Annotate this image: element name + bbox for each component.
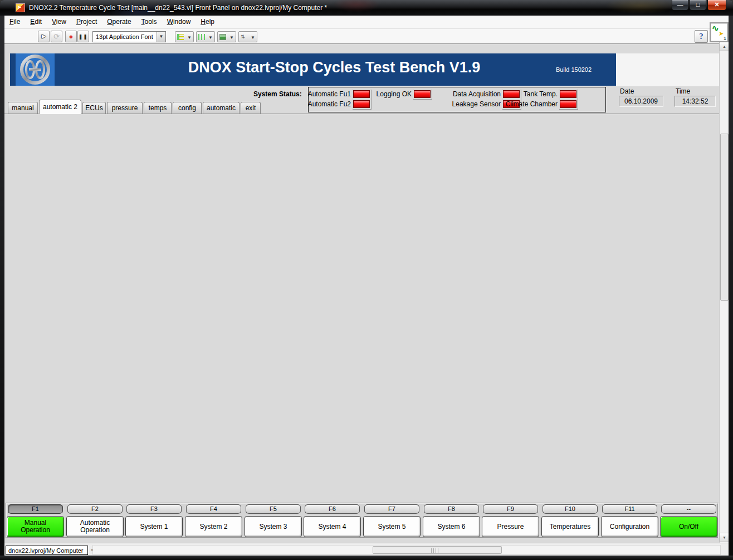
fkey-action-manual-operation[interactable]: Manual Operation	[7, 516, 64, 537]
execution-target[interactable]: dnox22.lvproj/My Computer	[6, 546, 88, 555]
menu-file[interactable]: File	[4, 16, 25, 29]
status-led-climate-chamber	[560, 100, 576, 108]
run-continuous-icon: ⟳	[53, 32, 60, 41]
fkey-dash[interactable]: --	[661, 504, 716, 514]
status-bar: dnox22.lvproj/My Computer ◀	[4, 543, 729, 556]
labview-logo-icon: ∿ ➤ 1	[710, 22, 729, 42]
fkey-action-temperatures[interactable]: Temperatures	[541, 516, 599, 537]
menu-view[interactable]: View	[47, 16, 71, 29]
reorder-objects-icon: ⇅	[241, 34, 247, 40]
banner-right-filler	[616, 53, 719, 86]
fkey-F1[interactable]: F1	[8, 504, 63, 514]
tab-automatic-2[interactable]: automatic 2	[39, 100, 81, 114]
fkey-action-configuration[interactable]: Configuration	[601, 516, 658, 537]
fkey-F3[interactable]: F3	[126, 504, 182, 514]
run-arrow-icon: ►	[41, 32, 47, 40]
minimize-button[interactable]: —	[672, 0, 688, 11]
vertical-scrollbar-thumb[interactable]	[720, 134, 729, 301]
fkey-F8[interactable]: F8	[424, 504, 479, 514]
distribute-objects-button[interactable]: ▼	[196, 31, 215, 42]
fkey-action-automatic-operation[interactable]: Automatic Operation	[66, 516, 124, 537]
close-button[interactable]: ✕	[707, 0, 726, 11]
menu-tools[interactable]: Tools	[136, 16, 162, 29]
fkey-action-on-off[interactable]: On/Off	[660, 516, 717, 537]
horizontal-scrollbar-thumb[interactable]	[373, 546, 502, 554]
reorder-objects-button[interactable]: ⇅ ▼	[238, 31, 257, 42]
fkey-action-system-3[interactable]: System 3	[245, 516, 302, 537]
tab-ECUs[interactable]: ECUs	[82, 102, 106, 114]
menu-edit[interactable]: Edit	[25, 16, 47, 29]
status-label-leakage-sensor: Leakage Sensor	[435, 100, 501, 108]
tab-automatic[interactable]: automatic	[203, 102, 240, 114]
fkey-action-system-2[interactable]: System 2	[185, 516, 242, 537]
fkey-F6[interactable]: F6	[305, 504, 360, 514]
date-value: 06.10.2009	[619, 96, 663, 107]
fkey-F2[interactable]: F2	[67, 504, 123, 514]
date-label: Date	[620, 87, 634, 95]
time-value: 14:32:52	[675, 96, 716, 107]
horizontal-scrollbar[interactable]	[92, 545, 721, 555]
fkey-F7[interactable]: F7	[364, 504, 419, 514]
align-objects-button[interactable]: ▼	[175, 31, 194, 42]
menu-operate[interactable]: Operate	[102, 16, 136, 29]
status-label-automatic-fu1: Automatic Fu1	[285, 90, 351, 98]
menu-project[interactable]: Project	[71, 16, 102, 29]
time-label: Time	[676, 87, 690, 95]
labview-app-icon	[16, 3, 25, 12]
scroll-down-icon[interactable]: ▼	[720, 533, 729, 542]
application-window: DNOX2.2 Temperature Cycle Test [main__dn…	[0, 0, 733, 560]
tab-config[interactable]: config	[173, 102, 202, 114]
status-label-automatic-fu2: Automatic Fu2	[285, 100, 351, 108]
icon-number: 1	[724, 36, 726, 41]
arrow-glyph: ➤	[719, 30, 724, 37]
menu-bar: FileEditViewProjectOperateToolsWindowHel…	[4, 16, 729, 29]
window-border-left	[0, 16, 4, 560]
fkey-F9[interactable]: F9	[483, 504, 538, 514]
tab-pressure[interactable]: pressure	[107, 102, 143, 114]
menu-window[interactable]: Window	[162, 16, 196, 29]
tab-page-automatic-2	[4, 114, 719, 500]
build-number: Build 150202	[535, 66, 613, 73]
status-label-tank-temp: Tank Temp.	[492, 90, 558, 98]
resize-objects-button[interactable]: ▼	[217, 31, 236, 42]
vertical-scrollbar[interactable]: ▲ ▼	[719, 42, 729, 543]
status-led-logging-ok	[414, 90, 431, 98]
waveform-glyph: ∿	[712, 23, 719, 33]
resize-objects-icon	[219, 34, 226, 40]
status-led-tank-temp	[560, 90, 576, 98]
fkey-action-system-5[interactable]: System 5	[363, 516, 421, 537]
font-selector[interactable]: 13pt Application Font ▼	[92, 31, 166, 42]
tab-temps[interactable]: temps	[144, 102, 172, 114]
context-help-button[interactable]: ?	[695, 30, 708, 43]
menu-help[interactable]: Help	[196, 16, 219, 29]
font-selector-dropdown-arrow[interactable]: ▼	[157, 32, 165, 42]
fkey-F10[interactable]: F10	[543, 504, 598, 514]
app-title: DNOX Start-Stop Cycles Test Bench V1.9	[61, 59, 607, 76]
pause-icon: ❚❚	[79, 34, 88, 40]
window-border-bottom	[0, 556, 733, 560]
fkey-F4[interactable]: F4	[186, 504, 241, 514]
distribute-objects-icon	[198, 34, 205, 40]
fkey-action-system-6[interactable]: System 6	[423, 516, 480, 537]
fkey-action-system-4[interactable]: System 4	[304, 516, 361, 537]
run-button[interactable]: ►	[38, 31, 50, 42]
fkey-action-pressure[interactable]: Pressure	[482, 516, 539, 537]
align-objects-icon	[177, 34, 184, 40]
abort-button[interactable]: ●	[65, 31, 77, 42]
tab-manual[interactable]: manual	[8, 102, 38, 114]
scroll-up-icon[interactable]: ▲	[720, 42, 729, 51]
pause-button[interactable]: ❚❚	[77, 31, 89, 42]
toolbar: ► ⟳ ● ❚❚ 13pt Application Font ▼ ▼ ▼ ▼ ⇅	[4, 29, 729, 44]
window-border-right	[729, 16, 733, 560]
tab-exit[interactable]: exit	[241, 102, 261, 114]
font-selector-value: 13pt Application Font	[96, 33, 153, 40]
status-led-automatic-fu2	[353, 100, 370, 108]
run-continuous-button[interactable]: ⟳	[51, 31, 62, 42]
abort-icon: ●	[69, 32, 74, 41]
status-label-climate-chamber: Climate Chamber	[492, 100, 558, 108]
fkey-F5[interactable]: F5	[246, 504, 301, 514]
fkey-action-system-1[interactable]: System 1	[125, 516, 183, 537]
title-bar[interactable]: DNOX2.2 Temperature Cycle Test [main__dn…	[0, 0, 733, 16]
maximize-button[interactable]: □	[690, 0, 706, 11]
fkey-F11[interactable]: F11	[602, 504, 657, 514]
